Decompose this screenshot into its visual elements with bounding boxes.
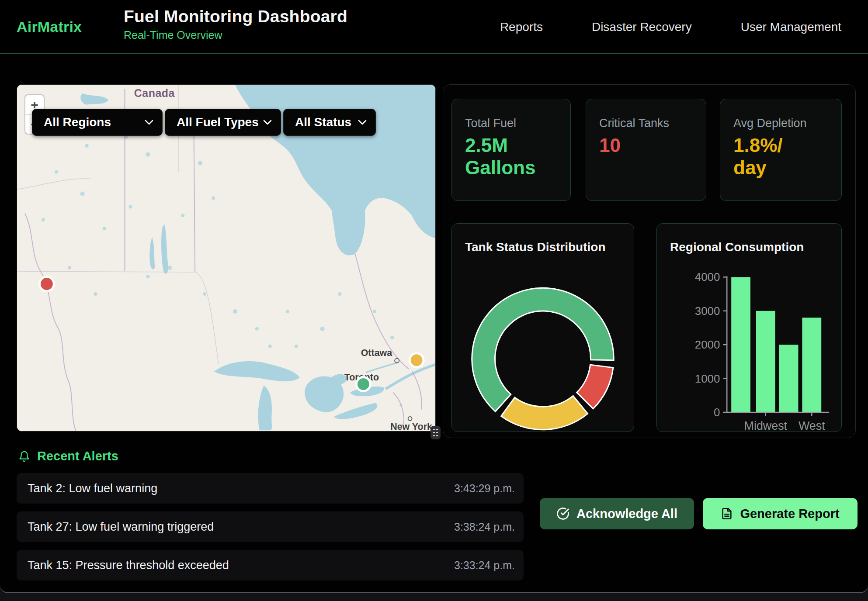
x-tick-label: West: [799, 419, 825, 432]
filter-status-value: All Status: [295, 115, 351, 129]
title-block: Fuel Monitoring Dashboard Real-Time Over…: [124, 7, 347, 41]
dashboard-content: Canada Ottawa Toronto New York + − All R…: [0, 54, 868, 593]
y-tick-label: 1000: [695, 373, 720, 385]
y-tick-label: 4000: [695, 271, 720, 283]
stat-label: Critical Tanks: [599, 117, 694, 130]
nav-item-reports[interactable]: Reports: [500, 20, 543, 34]
y-tick-label: 2000: [695, 338, 720, 351]
generate-report-label: Generate Report: [740, 507, 839, 521]
tank-marker-critical[interactable]: [39, 277, 54, 291]
filter-regions-value: All Regions: [44, 115, 111, 129]
bar-chart: 01000200030004000MidwestWest: [657, 224, 841, 432]
x-tick-label: Midwest: [744, 419, 788, 432]
alerts-title: Recent Alerts: [37, 449, 118, 463]
stat-value: 2.5M Gallons: [465, 135, 558, 179]
tank-marker-warning[interactable]: [410, 353, 424, 367]
map-label-ottawa: Ottawa: [361, 348, 393, 358]
y-tick-label: 3000: [695, 305, 720, 317]
acknowledge-all-label: Acknowledge All: [576, 507, 677, 521]
alert-time: 3:38:24 p.m.: [454, 521, 515, 533]
map-resize-handle[interactable]: [431, 426, 441, 439]
donut-segment-warning: [501, 396, 588, 429]
bar-3: [802, 318, 821, 412]
stat-label: Avg Depletion: [733, 117, 829, 130]
nav-item-disaster-recovery[interactable]: Disaster Recovery: [592, 20, 692, 34]
stats-panel: Total Fuel 2.5M Gallons Critical Tanks 1…: [443, 84, 856, 438]
map-panel[interactable]: Canada Ottawa Toronto New York + − All R…: [17, 84, 436, 432]
stat-value: 1.8%/ day: [733, 135, 829, 179]
nav-item-user-management[interactable]: User Management: [741, 20, 841, 34]
file-text-icon: [721, 507, 733, 520]
page-title: Fuel Monitoring Dashboard: [124, 7, 347, 26]
bell-icon: [18, 450, 30, 463]
page-subtitle: Real-Time Overview: [124, 29, 347, 41]
alert-text: Tank 15: Pressure threshold exceeded: [28, 559, 229, 572]
donut-chart: [452, 224, 634, 432]
filter-fuel-types-value: All Fuel Types: [177, 115, 259, 129]
stat-card-total-fuel: Total Fuel 2.5M Gallons: [451, 99, 571, 201]
map-canvas[interactable]: Canada Ottawa Toronto New York: [17, 85, 435, 431]
y-tick-label: 0: [714, 406, 720, 418]
donut-segment-critical: [577, 365, 613, 409]
alert-row[interactable]: Tank 27: Low fuel warning triggered 3:38…: [17, 511, 524, 542]
chevron-down-icon: [263, 120, 272, 125]
alert-time: 3:33:24 p.m.: [454, 559, 515, 572]
chart-card-regional-consumption: Regional Consumption 01000200030004000Mi…: [656, 223, 842, 432]
alert-text: Tank 27: Low fuel warning triggered: [28, 520, 214, 534]
bar-0: [731, 277, 750, 412]
alert-row[interactable]: Tank 15: Pressure threshold exceeded 3:3…: [17, 550, 524, 580]
fuel-monitoring-dashboard: AirMatrix Fuel Monitoring Dashboard Real…: [0, 0, 868, 601]
stat-label: Total Fuel: [465, 117, 558, 130]
chart-card-tank-status: Tank Status Distribution: [451, 223, 634, 432]
acknowledge-all-button[interactable]: Acknowledge All: [540, 498, 694, 529]
chevron-down-icon: [145, 120, 153, 125]
bar-2: [779, 345, 799, 412]
tank-marker-normal[interactable]: [356, 377, 370, 391]
town-dot-ottawa: [395, 359, 399, 363]
alerts-header: Recent Alerts: [18, 449, 118, 463]
bar-1: [756, 311, 775, 412]
map-label-new-york: New York: [390, 421, 432, 431]
stat-value: 10: [599, 135, 694, 157]
alert-time: 3:43:29 p.m.: [454, 482, 515, 495]
main-nav: Reports Disaster Recovery User Managemen…: [500, 0, 841, 54]
stat-card-avg-depletion: Avg Depletion 1.8%/ day: [720, 99, 842, 201]
filter-status-dropdown[interactable]: All Status: [283, 109, 376, 136]
generate-report-button[interactable]: Generate Report: [703, 498, 858, 529]
alert-text: Tank 2: Low fuel warning: [28, 482, 157, 495]
alert-row[interactable]: Tank 2: Low fuel warning 3:43:29 p.m.: [17, 473, 524, 504]
town-dot-new-york: [408, 417, 412, 421]
brand-logo: AirMatrix: [17, 0, 82, 54]
stat-card-critical-tanks: Critical Tanks 10: [586, 99, 706, 201]
filter-fuel-types-dropdown[interactable]: All Fuel Types: [165, 109, 281, 136]
filter-regions-dropdown[interactable]: All Regions: [32, 109, 163, 136]
check-circle-icon: [556, 507, 569, 520]
chevron-down-icon: [358, 120, 367, 125]
header: AirMatrix Fuel Monitoring Dashboard Real…: [0, 0, 868, 54]
map-label-canada: Canada: [134, 87, 175, 99]
